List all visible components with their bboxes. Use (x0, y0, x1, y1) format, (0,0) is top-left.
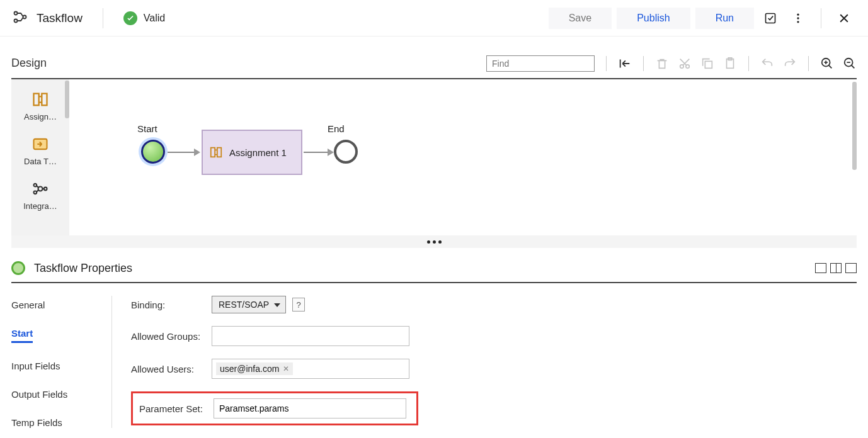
start-node-indicator-icon (11, 261, 25, 275)
close-button[interactable] (833, 7, 855, 30)
svg-point-0 (14, 11, 18, 14)
undo-icon (760, 57, 774, 70)
assignment-icon (209, 145, 223, 159)
svg-point-2 (23, 15, 26, 18)
taskflow-icon (13, 9, 28, 27)
zoom-out-icon[interactable] (843, 57, 857, 70)
copy-icon (700, 57, 714, 70)
palette-item-integration[interactable]: Integra… (15, 180, 66, 211)
start-node[interactable] (141, 140, 165, 164)
connector (168, 152, 198, 153)
svg-point-20 (44, 188, 47, 191)
flow-canvas[interactable]: Start Assignment 1 End (69, 79, 857, 235)
palette-scrollbar[interactable] (65, 81, 69, 118)
properties-form: Binding: REST/SOAP ? Allowed Groups: All… (112, 296, 418, 428)
layout-single-icon[interactable] (815, 263, 826, 273)
end-node[interactable] (334, 140, 358, 164)
assignment-node-label: Assignment 1 (229, 147, 287, 158)
allowed-users-label: Allowed Users: (131, 364, 212, 374)
allowed-groups-label: Allowed Groups: (131, 331, 212, 342)
validate-icon-button[interactable] (759, 7, 782, 30)
publish-button[interactable]: Publish (617, 8, 690, 29)
assignment-icon (31, 91, 49, 108)
assignment-node[interactable]: Assignment 1 (202, 130, 302, 175)
properties-tabs: General Start Input Fields Output Fields… (11, 296, 112, 428)
end-node-label: End (328, 123, 345, 134)
remove-tag-icon[interactable]: ✕ (283, 364, 289, 373)
layout-split-icon[interactable] (830, 263, 842, 273)
svg-rect-21 (211, 148, 215, 157)
trash-icon (655, 57, 669, 70)
svg-point-1 (14, 19, 18, 22)
tab-temp-fields[interactable]: Temp Fields (11, 417, 111, 428)
help-icon-button[interactable]: ? (292, 298, 305, 312)
find-input[interactable] (486, 55, 595, 72)
status-text: Valid (144, 13, 165, 24)
user-tag-text: user@infa.com (220, 364, 279, 374)
binding-select[interactable]: REST/SOAP (212, 296, 286, 313)
palette-item-data-task[interactable]: Data T… (15, 135, 66, 166)
integration-icon (31, 180, 49, 198)
parameter-set-input[interactable] (214, 398, 406, 418)
save-button[interactable]: Save (549, 8, 612, 29)
svg-point-18 (34, 184, 37, 187)
allowed-groups-input[interactable] (212, 326, 409, 346)
svg-point-4 (797, 13, 799, 15)
arrow-icon (194, 149, 200, 156)
zoom-in-icon[interactable] (820, 57, 834, 70)
palette-item-assignment[interactable]: Assign… (15, 91, 66, 121)
svg-point-6 (797, 21, 799, 23)
cut-icon (678, 57, 692, 70)
more-menu-button[interactable] (787, 7, 809, 30)
palette-item-label: Assign… (15, 112, 66, 121)
tab-input-fields[interactable]: Input Fields (11, 361, 111, 371)
tab-start[interactable]: Start (11, 328, 33, 343)
design-title: Design (11, 57, 47, 70)
svg-rect-3 (766, 13, 775, 23)
allowed-users-input[interactable]: user@infa.com ✕ (212, 359, 409, 379)
data-task-icon (31, 135, 49, 153)
user-tag: user@infa.com ✕ (216, 362, 293, 375)
start-node-label: Start (137, 123, 157, 134)
palette-item-label: Data T… (15, 157, 66, 166)
check-circle-icon (123, 11, 137, 25)
parameter-set-label: Parameter Set: (139, 403, 214, 414)
binding-label: Binding: (131, 300, 212, 310)
layout-max-icon[interactable] (845, 263, 857, 273)
svg-point-5 (797, 17, 799, 19)
paste-icon (723, 57, 737, 70)
top-bar: Taskflow Valid Save Publish Run (0, 0, 868, 36)
svg-rect-9 (705, 61, 712, 68)
run-button[interactable]: Run (695, 8, 754, 29)
status-badge: Valid (123, 11, 165, 25)
canvas-scrollbar[interactable] (852, 82, 857, 170)
tab-general[interactable]: General (11, 300, 111, 310)
design-section-header: Design (11, 48, 857, 79)
properties-panel: Taskflow Properties General Start Input … (11, 254, 857, 428)
svg-point-19 (34, 191, 37, 194)
properties-title: Taskflow Properties (34, 262, 132, 275)
arrow-icon (328, 149, 334, 156)
app-title: Taskflow (37, 11, 83, 25)
panel-drag-handle[interactable] (11, 235, 857, 248)
palette-item-label: Integra… (15, 201, 66, 211)
svg-rect-22 (217, 148, 221, 157)
redo-icon (783, 57, 797, 70)
design-canvas-area: Assign… Data T… Integra… Start Assignmen… (11, 79, 857, 235)
collapse-left-icon[interactable] (618, 57, 632, 70)
parameter-set-row-highlight: Parameter Set: (131, 391, 418, 425)
svg-rect-15 (42, 94, 47, 106)
node-palette: Assign… Data T… Integra… (11, 79, 69, 235)
tab-output-fields[interactable]: Output Fields (11, 389, 111, 400)
svg-rect-14 (34, 94, 39, 106)
